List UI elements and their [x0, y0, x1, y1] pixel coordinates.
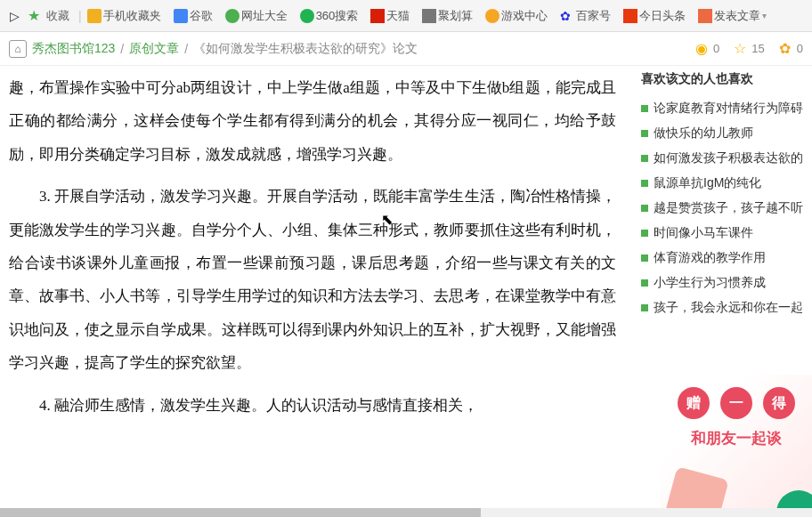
bullet-icon [641, 279, 648, 287]
related-item-label: 时间像小马车课件 [654, 225, 753, 241]
promo-circle: 赠 [678, 387, 710, 419]
favorites-star-icon[interactable]: ★ [27, 9, 41, 23]
bookmark-label: 今日头条 [639, 8, 686, 24]
bookmark-label: 手机收藏夹 [103, 8, 161, 24]
article-stats: ◉0 ☆15 ✿0 [694, 41, 803, 57]
related-item-label: 孩子，我会永远和你在一起 [654, 300, 803, 316]
stat-value: 15 [751, 42, 764, 55]
bookmark-mobile-folder[interactable]: 手机收藏夹 [87, 8, 161, 24]
related-item[interactable]: 越是赞赏孩子，孩子越不听 [634, 196, 812, 221]
bookmark-label: 360搜索 [316, 8, 359, 24]
related-item-label: 体育游戏的教学作用 [654, 250, 766, 266]
bookmark-label: 网址大全 [241, 8, 288, 24]
related-item-label: 小学生行为习惯养成 [654, 275, 766, 291]
related-item[interactable]: 体育游戏的教学作用 [634, 246, 812, 271]
related-item-label: 论家庭教育对情绪行为障碍 [654, 101, 803, 117]
promo-circle: 得 [763, 387, 795, 419]
breadcrumb-separator: / [120, 42, 124, 56]
promo-circles: 赠 一 得 [661, 387, 812, 419]
bullet-icon [641, 254, 648, 262]
promo-circle: 一 [720, 387, 752, 419]
bookmark-label: 发表文章 [714, 8, 760, 24]
browser-toolbar: ▷ ★ 收藏 | 手机收藏夹 谷歌 网址大全 360搜索 天猫 聚划算 游戏中心… [0, 0, 812, 32]
related-item[interactable]: 孩子，我会永远和你在一起 [634, 295, 812, 320]
sidebar-title: 喜欢该文的人也喜欢 [634, 71, 812, 87]
breadcrumb-library[interactable]: 秀杰图书馆123 [32, 41, 115, 57]
bookmark-label: 游戏中心 [501, 8, 548, 24]
bullet-icon [641, 155, 648, 162]
favorites-label[interactable]: 收藏 [46, 8, 69, 24]
bookmark-label: 聚划算 [438, 8, 473, 24]
bookmark-juhuasuan[interactable]: 聚划算 [422, 8, 473, 24]
related-item-label: 越是赞赏孩子，孩子越不听 [654, 200, 803, 216]
bullet-icon [641, 130, 648, 137]
bookmark-label: 百家号 [576, 8, 611, 24]
related-item[interactable]: 论家庭教育对情绪行为障碍 [634, 96, 812, 121]
related-item[interactable]: 做快乐的幼儿教师 [634, 121, 812, 146]
article-paragraph: 趣，布置操作实验中可分ab两组设计，中上学生做a组题，中等及中下生做b组题，能完… [9, 71, 616, 171]
bullet-icon [641, 304, 648, 311]
bullet-icon [641, 105, 648, 112]
chevron-down-icon: ▾ [762, 11, 767, 20]
stat-stars[interactable]: ☆15 [732, 41, 764, 57]
related-item-label: 鼠源单抗IgM的纯化 [654, 175, 761, 191]
related-item-label: 如何激发孩子积极表达欲的 [654, 150, 803, 166]
article-paragraph: 3. 开展自学活动，激发学习兴趣。开展自学活动，既能丰富学生生活，陶冶性格情操，… [9, 180, 616, 379]
toolbar-separator: | [78, 9, 82, 23]
bookmark-label: 谷歌 [190, 8, 213, 24]
scrollbar-thumb[interactable] [0, 508, 481, 517]
bookmark-google[interactable]: 谷歌 [174, 8, 213, 24]
bullet-icon [641, 205, 648, 212]
article-body: 趣，布置操作实验中可分ab两组设计，中上学生做a组题，中等及中下生做b组题，能完… [0, 66, 634, 431]
bookmark-label: 天猫 [386, 8, 410, 24]
paw-icon: ✿ [560, 9, 574, 23]
nav-forward-icon[interactable]: ▷ [7, 9, 21, 23]
flower-icon: ✿ [777, 41, 793, 57]
promo-text: 和朋友一起谈 [661, 428, 812, 448]
breadcrumb-separator: / [184, 42, 188, 56]
bookmark-site-directory[interactable]: 网址大全 [225, 8, 288, 24]
bookmark-tmall[interactable]: 天猫 [370, 8, 410, 24]
related-item[interactable]: 小学生行为习惯养成 [634, 271, 812, 295]
article-paragraph: 4. 融洽师生感情，激发学生兴趣。人的认识活动与感情直接相关， [9, 389, 616, 422]
star-icon: ☆ [732, 41, 748, 57]
coin-icon: ◉ [694, 41, 710, 57]
breadcrumb: ⌂ 秀杰图书馆123 / 原创文章 / 《如何激发学生积极表达欲的研究》论文 [9, 40, 418, 58]
promo-banner[interactable]: 赠 一 得 和朋友一起谈 [661, 375, 812, 517]
related-item-label: 做快乐的幼儿教师 [654, 125, 753, 141]
bookmark-360search[interactable]: 360搜索 [300, 8, 359, 24]
related-item[interactable]: 时间像小马车课件 [634, 221, 812, 246]
breadcrumb-current: 《如何激发学生积极表达欲的研究》论文 [193, 41, 418, 57]
bullet-icon [641, 180, 648, 187]
breadcrumb-category[interactable]: 原创文章 [129, 41, 179, 57]
stat-value: 0 [713, 42, 719, 55]
stat-value: 0 [797, 42, 803, 55]
related-list: 论家庭教育对情绪行为障碍 做快乐的幼儿教师 如何激发孩子积极表达欲的 鼠源单抗I… [634, 96, 812, 320]
bookmark-baijiahao[interactable]: ✿百家号 [560, 8, 611, 24]
related-item[interactable]: 鼠源单抗IgM的纯化 [634, 171, 812, 196]
breadcrumb-row: ⌂ 秀杰图书馆123 / 原创文章 / 《如何激发学生积极表达欲的研究》论文 ◉… [0, 32, 812, 66]
bookmark-toutiao[interactable]: 今日头条 [623, 8, 686, 24]
bullet-icon [641, 230, 648, 237]
related-item[interactable]: 如何激发孩子积极表达欲的 [634, 146, 812, 171]
bookmark-gamecenter[interactable]: 游戏中心 [485, 8, 548, 24]
horizontal-scrollbar[interactable] [0, 508, 812, 517]
bookmark-publish[interactable]: 发表文章▾ [698, 8, 767, 24]
home-icon[interactable]: ⌂ [9, 40, 27, 58]
stat-coins[interactable]: ◉0 [694, 41, 719, 57]
stat-flowers[interactable]: ✿0 [777, 41, 803, 57]
